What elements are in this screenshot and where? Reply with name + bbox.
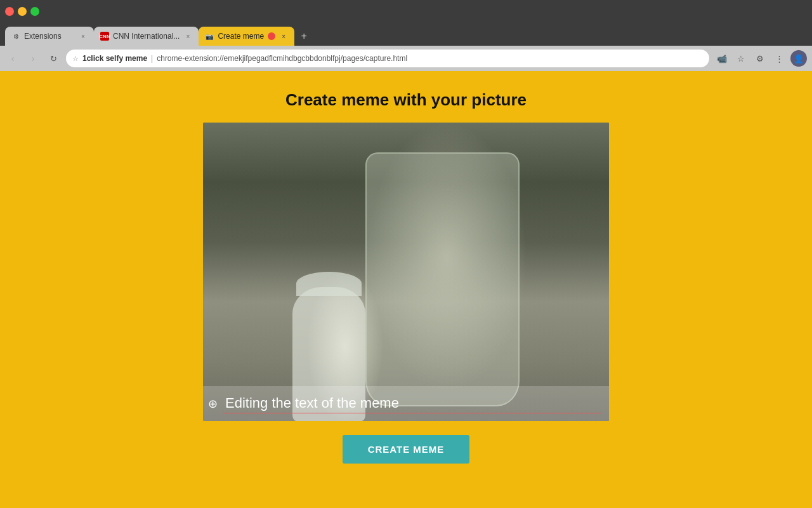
browser-chrome: ⚙ Extensions × CNN CNN International... … xyxy=(0,0,812,71)
maximize-button[interactable] xyxy=(30,7,39,16)
empty-tab-area xyxy=(313,27,409,46)
tab-cnn-close[interactable]: × xyxy=(183,32,192,41)
address-field[interactable]: ☆ 1click selfy meme | chrome-extension:/… xyxy=(66,50,709,67)
page-title: Create meme with your picture xyxy=(285,90,527,110)
meme-text-overlay: ⊕ xyxy=(203,386,609,421)
new-tab-button[interactable]: + xyxy=(294,27,313,46)
toolbar-icons: 📹 ☆ ⚙ ⋮ 👤 xyxy=(714,50,807,67)
tab-create-meme-label: Create meme xyxy=(218,32,264,41)
close-button[interactable] xyxy=(5,7,14,16)
tab-extensions-label: Extensions xyxy=(24,32,75,41)
title-bar xyxy=(0,0,812,23)
page-content: Create meme with your picture ⊕ CREATE M… xyxy=(0,71,812,508)
address-bar: ‹ › ↻ ☆ 1click selfy meme | chrome-exten… xyxy=(0,46,812,71)
tabs-bar: ⚙ Extensions × CNN CNN International... … xyxy=(0,23,812,46)
recording-indicator xyxy=(268,32,275,40)
site-name: 1click selfy meme xyxy=(82,54,147,63)
extensions-icon: ⚙ xyxy=(11,32,20,41)
meme-container: ⊕ xyxy=(203,123,609,421)
bookmark-icon[interactable]: ☆ xyxy=(733,51,749,66)
jar-shape xyxy=(365,152,520,406)
meme-image xyxy=(203,123,609,421)
tab-create-meme-close[interactable]: × xyxy=(279,32,288,41)
window-controls xyxy=(5,7,39,16)
forward-button[interactable]: › xyxy=(25,51,41,66)
camera-icon: 📷 xyxy=(205,32,214,41)
tab-cnn-label: CNN International... xyxy=(113,32,180,41)
more-options-icon[interactable]: ⋮ xyxy=(771,51,787,66)
meme-text-input[interactable] xyxy=(223,394,601,413)
video-icon[interactable]: 📹 xyxy=(714,51,730,66)
move-icon: ⊕ xyxy=(208,397,218,411)
extensions-toolbar-icon[interactable]: ⚙ xyxy=(752,51,768,66)
tab-cnn[interactable]: CNN CNN International... × xyxy=(94,27,199,46)
cnn-icon: CNN xyxy=(100,32,109,41)
profile-avatar[interactable]: 👤 xyxy=(790,50,807,67)
refresh-button[interactable]: ↻ xyxy=(46,51,61,66)
tab-create-meme[interactable]: 📷 Create meme × xyxy=(199,27,294,46)
tab-extensions-close[interactable]: × xyxy=(79,32,88,41)
address-divider: | xyxy=(151,54,153,63)
back-button[interactable]: ‹ xyxy=(5,51,20,66)
minimize-button[interactable] xyxy=(18,7,27,16)
address-url: chrome-extension://emekjifpegadflcmihdbg… xyxy=(157,54,407,63)
bottle-cap xyxy=(296,272,361,296)
site-favicon: ☆ xyxy=(72,55,79,63)
create-meme-button[interactable]: CREATE MEME xyxy=(343,435,470,464)
tab-extensions[interactable]: ⚙ Extensions × xyxy=(5,27,94,46)
